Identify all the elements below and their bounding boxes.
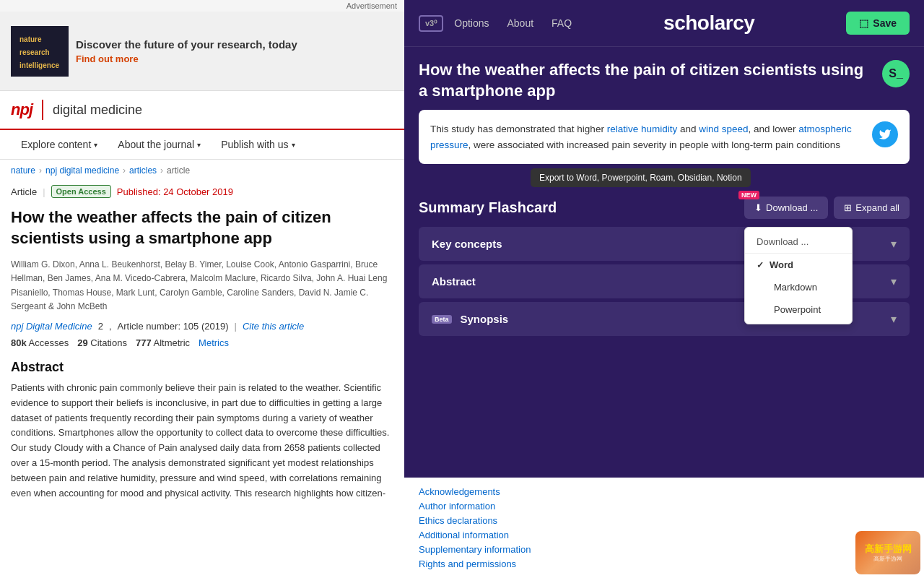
abstract-section: Abstract Patients with chronic pain comm… bbox=[0, 354, 404, 506]
bottom-links-area: Acknowledgements Author information Ethi… bbox=[404, 478, 924, 578]
bottom-right-logo: 高新手游网 高新手游网 bbox=[855, 531, 920, 574]
save-button[interactable]: ⬚ Save bbox=[846, 12, 910, 35]
ad-content: Discover the future of your research, to… bbox=[76, 38, 297, 64]
ad-link[interactable]: Find out more bbox=[76, 53, 297, 64]
flashcard-toolbar: Summary Flashcard NEW ⬇ Download ... Dow… bbox=[404, 193, 924, 223]
breadcrumb-journal[interactable]: npj digital medicine bbox=[45, 165, 119, 176]
accordion-key-concepts-title: Key concepts bbox=[432, 238, 502, 250]
journal-link[interactable]: npj Digital Medicine bbox=[11, 321, 92, 332]
link-additional-info[interactable]: Additional information bbox=[419, 530, 910, 540]
twitter-button[interactable] bbox=[872, 121, 898, 147]
scholarcy-header: v3⁰ Options About FAQ scholarcy ⬚ Save bbox=[404, 0, 924, 47]
ad-logo-line1: nature bbox=[19, 35, 60, 45]
summary-text: This study has demonstrated that higher … bbox=[430, 121, 863, 152]
nav-options[interactable]: Options bbox=[454, 17, 489, 29]
sc-article-title-area: How the weather affects the pain of citi… bbox=[404, 47, 924, 110]
left-panel: Advertisement nature research intelligen… bbox=[0, 0, 404, 578]
link-supplementary[interactable]: Supplementary information bbox=[419, 544, 910, 555]
download-button[interactable]: NEW ⬇ Download ... bbox=[744, 197, 828, 219]
metrics-link[interactable]: Metrics bbox=[199, 337, 229, 348]
open-access-badge: Open Access bbox=[51, 185, 111, 198]
bottom-links: Acknowledgements Author information Ethi… bbox=[419, 486, 910, 569]
summary-link-wind[interactable]: wind speed bbox=[699, 124, 748, 134]
right-panel: v3⁰ Options About FAQ scholarcy ⬚ Save H… bbox=[404, 0, 924, 578]
summary-card: This study has demonstrated that higher … bbox=[419, 110, 910, 164]
article-title: How the weather affects the pain of citi… bbox=[0, 202, 404, 254]
nav-about[interactable]: About the journal ▾ bbox=[108, 130, 211, 159]
logo-sub-text: 高新手游网 bbox=[873, 556, 902, 563]
summary-text-p2: and bbox=[677, 124, 699, 134]
breadcrumb: nature › npj digital medicine › articles… bbox=[0, 160, 404, 181]
explore-chevron-icon: ▾ bbox=[94, 141, 97, 149]
accordion-synopsis-title: Beta Synopsis bbox=[432, 313, 508, 325]
authors: William G. Dixon, Anna L. Beukenhorst, B… bbox=[0, 254, 404, 317]
citations-num: 29 bbox=[77, 337, 87, 348]
breadcrumb-sep3: › bbox=[160, 165, 163, 176]
ad-label: Advertisement bbox=[0, 0, 404, 12]
link-author-info[interactable]: Author information bbox=[419, 501, 910, 512]
login-icon: ⬚ bbox=[859, 17, 868, 29]
article-type: Article bbox=[11, 186, 37, 197]
cite-link[interactable]: Cite this article bbox=[243, 321, 304, 332]
v3-badge: v3⁰ bbox=[419, 15, 443, 32]
ad-text: Discover the future of your research, to… bbox=[76, 38, 297, 51]
beta-badge: Beta bbox=[432, 315, 452, 324]
markdown-label: Markdown bbox=[774, 282, 817, 293]
nav-about[interactable]: About bbox=[507, 17, 534, 29]
key-concepts-chevron-icon: ▾ bbox=[891, 237, 897, 251]
nav-publish[interactable]: Publish with us ▾ bbox=[211, 130, 305, 159]
nav-divider bbox=[42, 100, 43, 120]
avatar: S_ bbox=[882, 60, 910, 87]
journal-info: npj Digital Medicine 2, Article number: … bbox=[0, 317, 404, 335]
dropdown-header: Download ... bbox=[745, 230, 852, 254]
link-ethics[interactable]: Ethics declarations bbox=[419, 515, 910, 526]
publish-chevron-icon: ▾ bbox=[292, 141, 295, 149]
download-btn-wrapper: NEW ⬇ Download ... Download ... ✓ Word M… bbox=[744, 197, 828, 219]
word-label: Word bbox=[770, 259, 793, 270]
flashcard-title: Summary Flashcard bbox=[419, 199, 557, 216]
expand-all-button[interactable]: ⊞ Expand all bbox=[834, 197, 910, 219]
article-meta: Article | Open Access Published: 24 Octo… bbox=[0, 181, 404, 202]
dropdown-item-word[interactable]: ✓ Word bbox=[745, 254, 852, 276]
altmetric-num: 777 bbox=[136, 337, 152, 348]
ad-logo-line3: intelligence bbox=[19, 61, 60, 71]
abstract-chevron-icon: ▾ bbox=[891, 275, 897, 288]
grid-icon: ⊞ bbox=[844, 202, 852, 213]
expand-label: Expand all bbox=[855, 202, 899, 213]
ad-logo: nature research intelligence bbox=[11, 26, 69, 77]
scholarcy-logo: scholarcy bbox=[663, 12, 754, 35]
dropdown-item-powerpoint[interactable]: Powerpoint bbox=[745, 298, 852, 321]
scholarcy-logo-area: v3⁰ Options About FAQ bbox=[419, 15, 572, 32]
link-rights[interactable]: Rights and permissions bbox=[419, 558, 910, 569]
abstract-text: Patients with chronic pain commonly beli… bbox=[11, 381, 393, 501]
accesses-num: 80k bbox=[11, 337, 27, 348]
summary-link-humidity[interactable]: relative humidity bbox=[607, 124, 678, 134]
breadcrumb-sep2: › bbox=[123, 165, 126, 176]
pub-date: Published: 24 October 2019 bbox=[117, 186, 233, 197]
link-acknowledgements[interactable]: Acknowledgements bbox=[419, 486, 910, 497]
nav-explore[interactable]: Explore content ▾ bbox=[11, 130, 108, 159]
nature-nav: npj digital medicine bbox=[0, 91, 404, 130]
npj-logo: npj bbox=[11, 100, 32, 119]
nav-links: Explore content ▾ About the journal ▾ Pu… bbox=[0, 130, 404, 160]
breadcrumb-nature[interactable]: nature bbox=[11, 165, 35, 176]
accordion-abstract-title: Abstract bbox=[432, 275, 476, 288]
breadcrumb-article: article bbox=[167, 165, 190, 176]
download-label: Download ... bbox=[766, 202, 818, 213]
summary-text-p1: This study has demonstrated that higher bbox=[430, 124, 607, 134]
summary-text-p3: , and lower bbox=[749, 124, 799, 134]
powerpoint-label: Powerpoint bbox=[774, 304, 821, 315]
logo-cn-text: 高新手游网 bbox=[865, 543, 912, 556]
nav-faq[interactable]: FAQ bbox=[552, 17, 572, 29]
download-dropdown: Download ... ✓ Word Markdown Powerpoint bbox=[744, 227, 853, 324]
about-chevron-icon: ▾ bbox=[197, 141, 201, 149]
export-tooltip: Export to Word, Powerpoint, Roam, Obsidi… bbox=[531, 168, 751, 187]
new-badge: NEW bbox=[738, 191, 759, 199]
breadcrumb-articles[interactable]: articles bbox=[129, 165, 157, 176]
download-icon: ⬇ bbox=[754, 202, 762, 213]
stats: 80k Accesses 29 Citations 777 Altmetric … bbox=[0, 335, 404, 354]
scholarcy-nav: Options About FAQ bbox=[454, 17, 572, 29]
abstract-heading: Abstract bbox=[11, 360, 393, 375]
dropdown-item-markdown[interactable]: Markdown bbox=[745, 276, 852, 298]
ad-banner: nature research intelligence Discover th… bbox=[0, 12, 404, 91]
